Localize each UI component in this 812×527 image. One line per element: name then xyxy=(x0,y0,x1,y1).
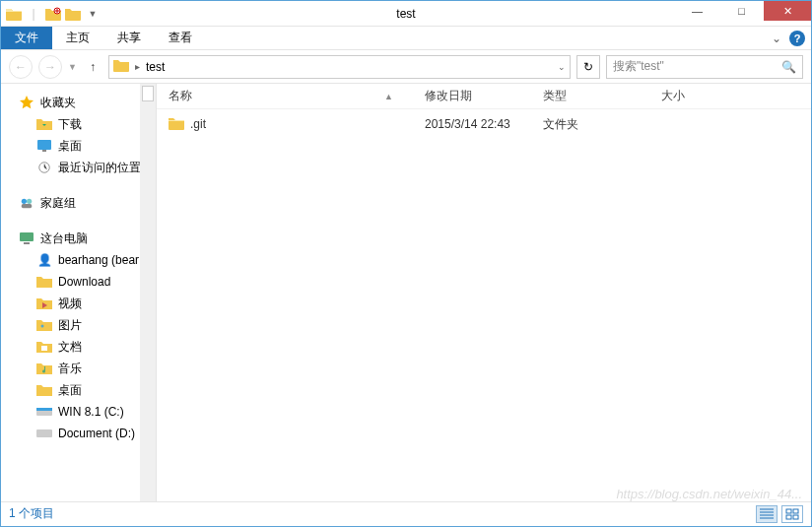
desktop-icon xyxy=(36,138,52,154)
folder-icon xyxy=(5,5,23,23)
sort-asc-icon: ▲ xyxy=(384,92,393,101)
nav-toolbar: ← → ▼ ↑ ▸ test ⌄ ↻ 搜索"test" 🔍 xyxy=(1,50,811,84)
sidebar-item-videos[interactable]: 视频 xyxy=(1,293,156,314)
divider: | xyxy=(25,5,42,23)
dropdown-icon[interactable]: ▼ xyxy=(84,5,102,23)
expand-ribbon-icon[interactable]: ⌄ xyxy=(772,32,781,45)
sidebar-item-downloads[interactable]: 下载 xyxy=(1,113,156,135)
music-icon xyxy=(36,361,52,376)
tab-home[interactable]: 主页 xyxy=(52,27,103,49)
item-count: 1 个项目 xyxy=(9,505,54,522)
breadcrumb[interactable]: test xyxy=(146,60,165,74)
sidebar-item-pictures[interactable]: 图片 xyxy=(1,314,156,336)
folder-icon xyxy=(113,58,129,75)
pictures-icon xyxy=(36,317,52,333)
crumb-sep-icon[interactable]: ▸ xyxy=(135,61,140,72)
close-button[interactable]: ✕ xyxy=(764,1,811,21)
video-icon xyxy=(36,296,52,311)
svg-rect-10 xyxy=(41,346,47,351)
svg-rect-12 xyxy=(36,408,52,411)
history-dropdown-icon[interactable]: ▼ xyxy=(68,62,77,72)
window-title: test xyxy=(396,7,415,21)
minimize-button[interactable]: — xyxy=(675,1,719,21)
svg-rect-17 xyxy=(793,515,798,519)
column-headers: 名称▲ 修改日期 类型 大小 xyxy=(157,84,811,109)
content-area: 收藏夹 下载 桌面 最近访问的位置 家庭组 这台电脑 👤bearhang (be… xyxy=(1,84,811,501)
tab-file[interactable]: 文件 xyxy=(1,27,52,49)
folder-icon xyxy=(169,116,184,133)
sidebar-item-recent[interactable]: 最近访问的位置 xyxy=(1,157,156,178)
user-icon: 👤 xyxy=(36,252,52,268)
help-icon[interactable]: ? xyxy=(789,31,805,46)
desktop-icon xyxy=(36,382,52,398)
svg-rect-2 xyxy=(42,150,46,152)
svg-rect-6 xyxy=(22,204,33,208)
download-icon xyxy=(36,116,52,132)
sidebar-item-drive-c[interactable]: WIN 8.1 (C:) xyxy=(1,401,156,423)
back-button[interactable]: ← xyxy=(9,55,33,79)
svg-point-9 xyxy=(41,325,44,328)
view-details-button[interactable] xyxy=(756,505,778,523)
drive-icon xyxy=(36,404,52,420)
computer-icon xyxy=(19,231,34,246)
watermark: https://blog.csdn.net/weixin_44... xyxy=(616,487,802,501)
tab-view[interactable]: 查看 xyxy=(155,27,206,49)
view-icons-button[interactable] xyxy=(781,505,803,523)
search-input[interactable]: 搜索"test" 🔍 xyxy=(606,55,803,79)
folder-icon xyxy=(36,274,52,290)
homegroup-icon xyxy=(19,195,34,211)
sidebar-item-drive-d[interactable]: Document (D:) xyxy=(1,423,156,444)
file-name-cell: .git xyxy=(157,116,413,133)
col-size[interactable]: 大小 xyxy=(649,88,728,104)
address-dropdown-icon[interactable]: ⌄ xyxy=(558,62,566,72)
sidebar-item-desktop2[interactable]: 桌面 xyxy=(1,379,156,401)
sidebar-item-user[interactable]: 👤bearhang (bear xyxy=(1,249,156,271)
sidebar-favorites[interactable]: 收藏夹 xyxy=(1,92,156,113)
maximize-button[interactable]: □ xyxy=(719,1,764,21)
statusbar: 1 个项目 xyxy=(1,501,811,525)
col-date[interactable]: 修改日期 xyxy=(413,88,531,104)
file-row[interactable]: .git 2015/3/14 22:43 文件夹 xyxy=(157,109,811,133)
svg-rect-14 xyxy=(786,509,791,513)
ribbon-tabs: 文件 主页 共享 查看 ⌄ ? xyxy=(1,27,811,50)
svg-point-5 xyxy=(27,199,32,204)
window-controls: — □ ✕ xyxy=(675,1,811,21)
svg-rect-8 xyxy=(24,242,30,244)
col-name[interactable]: 名称▲ xyxy=(157,88,413,104)
svg-rect-16 xyxy=(786,515,791,519)
col-type[interactable]: 类型 xyxy=(531,88,649,104)
sidebar-scrollbar[interactable] xyxy=(140,84,156,501)
open-icon[interactable] xyxy=(64,5,82,23)
svg-rect-7 xyxy=(20,232,34,241)
file-type-cell: 文件夹 xyxy=(531,116,649,133)
address-bar[interactable]: ▸ test ⌄ xyxy=(108,55,571,79)
titlebar: | ▼ test — □ ✕ xyxy=(1,1,811,27)
svg-point-4 xyxy=(22,199,27,204)
new-folder-icon[interactable] xyxy=(44,5,62,23)
refresh-button[interactable]: ↻ xyxy=(576,55,600,79)
file-date-cell: 2015/3/14 22:43 xyxy=(413,117,531,131)
drive-icon xyxy=(36,426,52,441)
search-placeholder: 搜索"test" xyxy=(613,58,664,75)
sidebar-computer[interactable]: 这台电脑 xyxy=(1,228,156,249)
sidebar-homegroup[interactable]: 家庭组 xyxy=(1,192,156,214)
svg-rect-13 xyxy=(36,429,52,437)
sidebar-item-desktop[interactable]: 桌面 xyxy=(1,135,156,157)
sidebar-item-documents[interactable]: 文档 xyxy=(1,336,156,358)
sidebar-item-download-folder[interactable]: Download xyxy=(1,271,156,293)
up-button[interactable]: ↑ xyxy=(83,57,102,77)
svg-rect-15 xyxy=(793,509,798,513)
file-list-area: 名称▲ 修改日期 类型 大小 .git 2015/3/14 22:43 文件夹 … xyxy=(157,84,811,501)
sidebar-item-music[interactable]: 音乐 xyxy=(1,358,156,379)
forward-button[interactable]: → xyxy=(38,55,62,79)
documents-icon xyxy=(36,339,52,355)
recent-icon xyxy=(36,160,52,175)
svg-rect-1 xyxy=(37,140,51,150)
sidebar: 收藏夹 下载 桌面 最近访问的位置 家庭组 这台电脑 👤bearhang (be… xyxy=(1,84,157,501)
search-icon: 🔍 xyxy=(781,60,796,74)
tab-share[interactable]: 共享 xyxy=(103,27,155,49)
star-icon xyxy=(19,95,34,110)
qat: | ▼ xyxy=(1,5,102,23)
